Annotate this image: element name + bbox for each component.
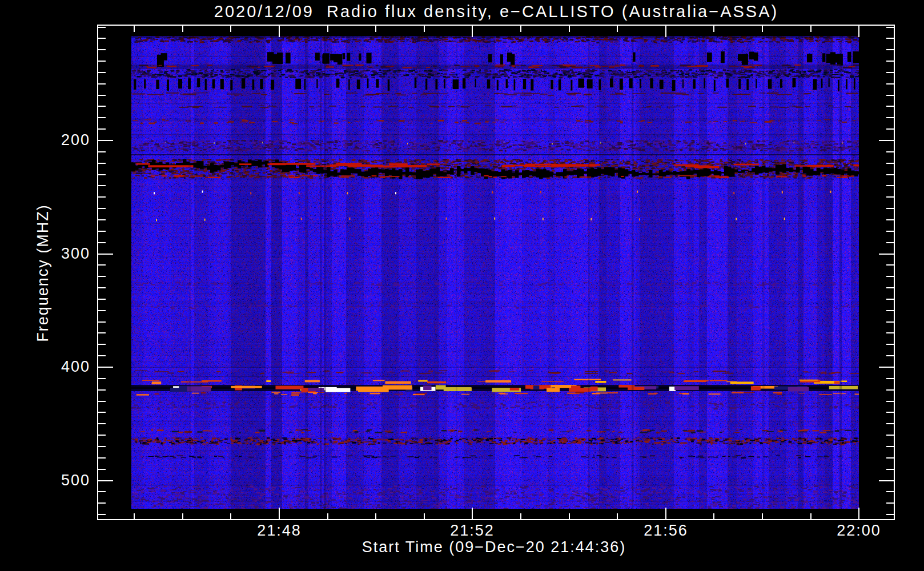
tick-mark — [520, 513, 521, 520]
tick-mark — [98, 321, 106, 323]
tick-mark — [98, 378, 106, 379]
tick-mark — [98, 435, 106, 436]
tick-mark — [98, 412, 106, 413]
tick-mark — [879, 140, 894, 141]
tick-mark — [98, 276, 106, 277]
tick-mark — [886, 83, 894, 85]
tick-mark — [98, 49, 106, 50]
tick-mark — [98, 344, 106, 345]
tick-mark — [886, 310, 894, 311]
tick-mark — [98, 219, 106, 220]
tick-mark — [98, 95, 106, 96]
x-tick-label: 21:56 — [632, 522, 700, 540]
tick-mark — [279, 26, 280, 37]
spectrogram-figure: 2020/12/09 Radio flux density, e−CALLIST… — [0, 0, 924, 571]
tick-mark — [713, 26, 714, 32]
tick-mark — [98, 196, 106, 198]
tick-mark — [762, 513, 763, 520]
tick-mark — [886, 321, 894, 323]
tick-mark — [886, 502, 894, 504]
tick-mark — [886, 185, 894, 186]
tick-mark — [886, 446, 894, 447]
tick-mark — [98, 355, 106, 356]
tick-mark — [98, 61, 106, 62]
tick-mark — [98, 185, 106, 186]
tick-mark — [886, 378, 894, 379]
tick-mark — [98, 367, 113, 368]
tick-mark — [98, 480, 113, 481]
tick-mark — [762, 26, 763, 32]
tick-mark — [182, 26, 183, 32]
tick-mark — [230, 26, 231, 32]
tick-mark — [98, 83, 106, 85]
tick-mark — [886, 61, 894, 62]
tick-mark — [713, 513, 714, 520]
x-tick-label: 21:52 — [438, 522, 507, 540]
tick-mark — [375, 26, 376, 32]
tick-mark — [886, 332, 894, 333]
tick-mark — [886, 27, 894, 28]
y-tick-label: 400 — [34, 358, 90, 376]
tick-mark — [98, 151, 106, 152]
tick-mark — [886, 276, 894, 277]
tick-mark — [886, 219, 894, 220]
tick-mark — [886, 117, 894, 118]
y-tick-label: 500 — [34, 472, 90, 489]
tick-mark — [858, 508, 859, 520]
tick-mark — [472, 508, 473, 520]
tick-mark — [98, 27, 106, 28]
tick-mark — [886, 299, 894, 300]
tick-mark — [886, 38, 894, 39]
tick-mark — [98, 332, 106, 333]
tick-mark — [230, 513, 231, 520]
tick-mark — [569, 513, 570, 520]
tick-mark — [98, 128, 106, 130]
x-tick-label: 22:00 — [825, 522, 893, 540]
tick-mark — [98, 469, 106, 470]
tick-mark — [569, 26, 570, 32]
tick-mark — [134, 26, 135, 32]
tick-mark — [886, 355, 894, 356]
tick-mark — [472, 26, 473, 37]
x-tick-label: 21:48 — [245, 522, 314, 540]
tick-mark — [886, 242, 894, 243]
tick-mark — [886, 174, 894, 175]
tick-mark — [98, 299, 106, 300]
tick-mark — [98, 38, 106, 39]
y-tick-label: 200 — [34, 131, 90, 149]
tick-mark — [327, 513, 328, 520]
tick-mark — [810, 26, 811, 32]
tick-mark — [886, 208, 894, 209]
tick-mark — [886, 287, 894, 288]
tick-mark — [98, 163, 106, 164]
tick-mark — [886, 412, 894, 413]
tick-mark — [98, 264, 106, 266]
tick-mark — [886, 457, 894, 459]
tick-mark — [375, 513, 376, 520]
tick-mark — [886, 435, 894, 436]
tick-mark — [424, 513, 425, 520]
tick-mark — [886, 469, 894, 470]
y-axis-title: Frequency (MHZ) — [34, 196, 51, 350]
tick-mark — [665, 26, 666, 37]
tick-mark — [886, 491, 894, 492]
tick-mark — [279, 508, 280, 520]
tick-mark — [886, 231, 894, 232]
x-axis-title: Start Time (09−Dec−20 21:44:36) — [323, 538, 665, 556]
tick-mark — [886, 514, 894, 515]
tick-mark — [879, 367, 894, 368]
tick-mark — [98, 72, 106, 73]
tick-mark — [879, 480, 894, 481]
chart-title: 2020/12/09 Radio flux density, e−CALLIST… — [98, 2, 895, 21]
tick-mark — [98, 117, 106, 118]
spectrogram-image — [131, 36, 859, 509]
tick-mark — [98, 457, 106, 459]
tick-mark — [886, 423, 894, 424]
tick-mark — [98, 174, 106, 175]
tick-mark — [886, 344, 894, 345]
tick-mark — [886, 72, 894, 73]
tick-mark — [886, 151, 894, 152]
tick-mark — [98, 287, 106, 288]
tick-mark — [98, 106, 106, 107]
tick-mark — [886, 163, 894, 164]
